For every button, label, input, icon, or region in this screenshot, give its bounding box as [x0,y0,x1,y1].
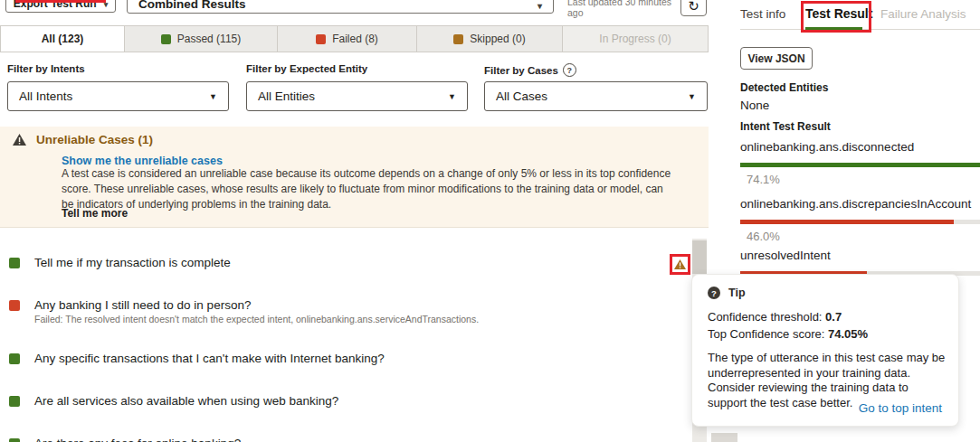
confidence-score: 46.0% [747,230,980,243]
confidence-bar-track [740,163,980,167]
annotation-test-result-tab [801,1,871,33]
intent-result-row: unresolvedIntent [740,248,980,276]
show-unreliable-cases-link[interactable]: Show me the unreliable cases [62,155,223,167]
status-tab-failed[interactable]: Failed (8) [278,26,417,52]
filter-cases-value: All Cases [496,89,547,103]
confidence-bar-track [740,220,980,224]
tip-tooltip: ? Tip Confidence threshold: 0.7 Top Conf… [691,274,959,427]
unreliable-cases-description: A test case is considered an unreliable … [62,166,677,212]
test-case-label: Any banking I still need to do in person… [34,298,251,312]
intent-result-row: onlinebanking.ans.disconnected 74.1% [740,139,980,186]
confidence-score: 74.1% [747,173,980,186]
failed-status-square [316,34,326,44]
results-type-value: Combined Results [138,0,246,11]
test-case-label: Are all services also available when usi… [34,394,338,408]
unreliable-warning-icon[interactable] [674,259,686,269]
top-confidence-value: 74.05% [828,327,868,341]
confidence-threshold-line: Confidence threshold: 0.7 [708,310,946,324]
intent-name: onlinebanking.ans.disconnected [740,139,980,155]
test-case-failure-detail: Failed: The resolved intent doesn't matc… [34,314,479,324]
status-tab-failed-label: Failed (8) [332,33,378,45]
panel-scrollbar-fragment[interactable] [711,433,737,442]
refresh-icon: ↻ [688,0,699,14]
tab-test-info[interactable]: Test info [740,7,785,21]
chevron-down-icon: ▼ [688,92,696,101]
status-tab-in-progress: In Progress (0) [563,26,708,52]
filter-intents-select[interactable]: All Intents ▼ [7,81,229,111]
confidence-bar [740,163,980,167]
results-type-select[interactable]: Combined Results ▾ [127,0,554,14]
chevron-down-icon: ▼ [448,92,456,101]
intent-name: unresolvedIntent [740,248,980,264]
refresh-button[interactable]: ↻ [680,0,707,16]
top-confidence-label: Top Confidence score: [708,327,828,341]
test-case-label: Any specific transactions that I can't m… [34,352,385,365]
top-confidence-line: Top Confidence score: 74.05% [708,327,946,342]
status-tab-skipped[interactable]: Skipped (0) [417,26,563,52]
tip-title: Tip [728,287,746,299]
filter-entities-value: All Entities [258,89,315,103]
chevron-down-icon: ▼ [209,92,217,101]
confidence-threshold-label: Confidence threshold: [708,310,825,324]
go-to-top-intent-link[interactable]: Go to top intent [859,401,942,415]
filter-entities-label: Filter by Expected Entity [246,63,367,74]
list-scrollbar-thumb[interactable] [692,240,707,274]
filter-cases-select[interactable]: All Cases ▼ [484,81,708,111]
status-tab-skipped-label: Skipped (0) [470,33,525,45]
passed-status-square [9,396,20,407]
test-case-label: Tell me if my transaction is complete [34,256,231,269]
unreliable-cases-title: Unreliable Cases (1) [36,133,153,146]
intent-test-result-label: Intent Test Result [740,120,831,133]
tab-failure-analysis: Failure Analysis [880,7,966,21]
passed-status-square [9,353,20,364]
test-results-screen: Export Test Run ▾ Combined Results ▾ Las… [0,0,980,442]
detected-entities-label: Detected Entities [740,81,828,94]
annotation-export-button [15,0,106,3]
last-updated-text: Last updated 30 minutes ago [567,0,683,18]
help-icon[interactable]: ? [563,63,576,77]
intent-name: onlinebanking.ans.discrepanciesInAccount [740,196,980,212]
tell-me-more-link[interactable]: Tell me more [62,207,128,220]
passed-status-square [9,438,20,442]
test-case-label: Are there any fees for online banking? [34,437,241,442]
status-tab-in-progress-label: In Progress (0) [599,33,671,45]
annotation-unreliable-icon [670,254,690,275]
confidence-threshold-value: 0.7 [825,310,842,324]
unreliable-cases-banner: Unreliable Cases (1) Show me the unrelia… [0,127,709,228]
filter-intents-value: All Intents [19,89,72,103]
tip-header: ? Tip [708,287,946,299]
passed-status-square [9,258,20,268]
unreliable-cases-header: Unreliable Cases (1) [13,133,153,146]
status-tab-passed[interactable]: Passed (115) [125,26,278,52]
warning-icon [13,134,26,146]
status-tab-passed-label: Passed (115) [177,33,241,45]
passed-status-square [161,34,171,44]
question-circle-icon: ? [708,287,720,299]
skipped-status-square [453,34,463,44]
status-tab-all[interactable]: All (123) [1,26,125,52]
filter-cases-label: Filter by Cases ? [484,63,576,77]
filter-intents-label: Filter by Intents [7,63,85,74]
filter-entities-select[interactable]: All Entities ▼ [246,81,468,111]
detected-entities-value: None [740,99,769,112]
view-json-button[interactable]: View JSON [740,47,813,70]
status-tab-bar: All (123) Passed (115) Failed (8) Skippe… [0,25,709,52]
status-tab-all-label: All (123) [42,33,84,45]
confidence-bar [740,220,954,224]
chevron-down-icon: ▾ [538,1,542,11]
intent-result-row: onlinebanking.ans.discrepanciesInAccount… [740,196,980,243]
failed-status-square [9,300,20,311]
filter-cases-label-text: Filter by Cases [484,65,558,76]
